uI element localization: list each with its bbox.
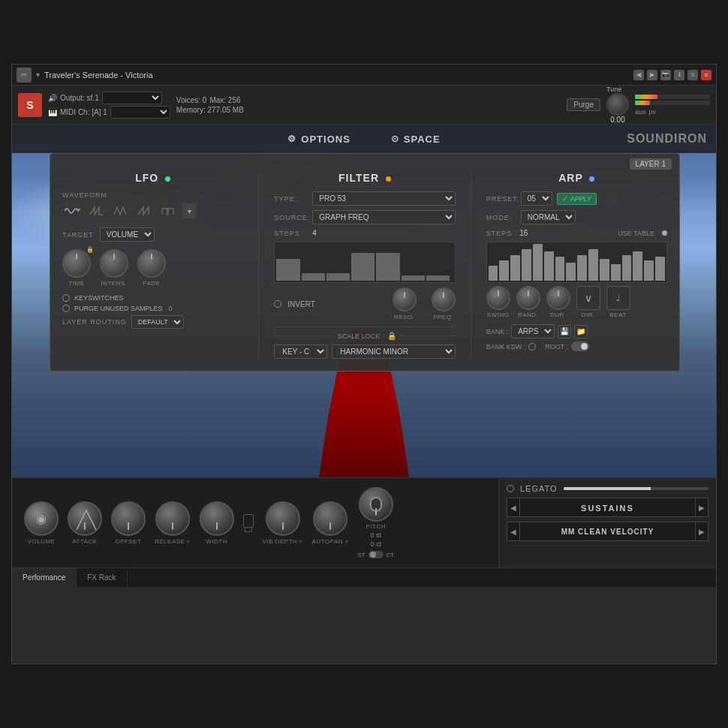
arp-steps-row: STEPS 16 USE TABLE	[486, 229, 667, 237]
invert-label: INVERT	[287, 300, 315, 308]
st-toggle[interactable]	[369, 551, 384, 558]
lfo-column: LFO WAVEFORM	[62, 172, 243, 359]
midi-dropdown[interactable]	[110, 106, 170, 119]
bank-ksw-radio[interactable]	[528, 343, 536, 350]
invert-radio[interactable]	[274, 300, 281, 308]
layer-routing-dropdown[interactable]: DEFAULT	[131, 315, 184, 329]
fade-knob[interactable]	[137, 249, 166, 278]
attack-knob[interactable]	[68, 501, 102, 536]
bottom-left: VOLUME ATTACK OFFSET RELEASE ▾	[12, 478, 498, 567]
filter-steps-row: STEPS 4	[274, 229, 455, 237]
wave-sine-btn[interactable]	[62, 203, 82, 218]
rand-knob-group: RAND.	[516, 286, 540, 318]
dur-label: DUR.	[550, 311, 567, 318]
performance-tab[interactable]: Performance	[12, 568, 77, 588]
mode-dropdown[interactable]: NORMAL	[521, 210, 576, 224]
bank-dropdown[interactable]: ARPS	[511, 324, 555, 338]
tune-section: Tune 0.00 aux pv	[606, 86, 710, 124]
title-icon: ✂	[17, 68, 32, 83]
options-nav-item[interactable]: ⚙ OPTIONS	[278, 129, 359, 149]
options-panel: LAYER 1 LFO WAVEFORM	[50, 153, 680, 372]
scale-dropdown[interactable]: HARMONIC MINOR	[332, 344, 455, 359]
bank-save-btn[interactable]: 💾	[558, 325, 571, 338]
source-dropdown[interactable]: GRAPH FREQ	[312, 210, 455, 224]
title-bar: ✂ ▾ Traveler's Serenade - Victoria ◀ ▶ 📷…	[12, 65, 716, 86]
pitch-group: PITCH 0 st 0 ct ST CT	[357, 487, 394, 558]
bottom-tabs: Performance FX Rack	[12, 567, 716, 587]
sustains-prev-btn[interactable]: ◀	[507, 498, 520, 517]
dur-knob[interactable]	[546, 286, 570, 310]
root-label: ROOT :	[545, 343, 568, 350]
use-table-toggle[interactable]	[662, 230, 667, 236]
instrument-title: Traveler's Serenade - Victoria	[44, 71, 629, 80]
velocity-prev-btn[interactable]: ◀	[507, 522, 520, 541]
wave-tri-btn[interactable]	[110, 203, 130, 218]
beat-btn[interactable]: ♩	[606, 286, 630, 310]
reso-knob[interactable]	[393, 287, 417, 311]
rand-knob[interactable]	[516, 286, 540, 310]
pitch-label: PITCH	[366, 523, 386, 530]
apply-btn[interactable]: ✓ APPLY	[557, 193, 597, 205]
release-knob[interactable]	[155, 501, 190, 536]
bank-folder-btn[interactable]: 📁	[574, 325, 588, 338]
preset-dropdown[interactable]: 05	[521, 191, 552, 206]
intens-knob-group: INTENS.	[100, 249, 128, 287]
volume-knob[interactable]	[24, 501, 59, 536]
keyswitches-radio[interactable]	[62, 294, 70, 302]
nav-next-btn[interactable]: ▶	[647, 70, 657, 80]
s-btn[interactable]: S	[687, 70, 698, 80]
legato-radio[interactable]	[507, 485, 514, 492]
wave-more-btn[interactable]: ▾	[182, 203, 196, 218]
purge-row: PURGE UNUSED SAMPLES 0	[62, 305, 243, 312]
vib-depth-knob[interactable]	[266, 501, 300, 536]
purge-btn[interactable]: Purge	[567, 98, 600, 111]
autopan-knob[interactable]	[313, 501, 347, 536]
filter-bar	[376, 253, 399, 281]
keyswitches-label: KEYSWITCHES	[74, 294, 124, 302]
arp-bar	[622, 255, 632, 281]
root-toggle[interactable]	[571, 341, 589, 351]
tune-knob[interactable]	[606, 93, 629, 116]
lfo-knobs-row: 🔒 TIME INTENS. FADE	[62, 249, 243, 287]
type-dropdown[interactable]: PRO 53	[312, 191, 455, 206]
brand-name: SOUND	[627, 132, 674, 145]
mode-label: MODE:	[486, 214, 516, 221]
time-label: TIME	[68, 280, 84, 287]
legato-slider[interactable]	[564, 487, 708, 490]
freq-knob[interactable]	[432, 287, 456, 311]
pitch-knob[interactable]	[359, 487, 393, 522]
wave-square-btn[interactable]	[158, 203, 178, 218]
lock-icon: 🔒	[387, 332, 396, 340]
output-dropdown[interactable]	[102, 92, 162, 104]
wave-ramp-btn[interactable]	[134, 203, 154, 218]
arp-mode-row: MODE: NORMAL	[486, 210, 667, 224]
st-label: ST	[357, 552, 365, 558]
dir-btn[interactable]: ∨	[576, 286, 600, 310]
arp-bar	[522, 249, 531, 281]
target-dropdown[interactable]: VOLUME	[100, 227, 155, 242]
close-btn[interactable]: ×	[701, 70, 711, 80]
pv-label: pv	[649, 108, 657, 116]
use-table-label: USE TABLE	[618, 230, 654, 237]
swing-knob[interactable]	[486, 286, 510, 310]
width-knob[interactable]	[200, 501, 234, 536]
root-row: BANK KSW : ROOT :	[486, 341, 667, 351]
velocity-next-btn[interactable]: ▶	[695, 522, 708, 541]
nav-prev-btn[interactable]: ◀	[633, 70, 644, 80]
camera-btn[interactable]: 📷	[660, 70, 671, 80]
offset-knob[interactable]	[111, 501, 146, 536]
space-nav-item[interactable]: ⊙ SPACE	[382, 129, 450, 149]
key-dropdown[interactable]: KEY - C	[274, 344, 327, 359]
intens-knob[interactable]	[100, 249, 128, 278]
filter-bar	[402, 275, 425, 281]
divider-left	[274, 335, 329, 336]
fx-rack-tab[interactable]: FX Rack	[77, 568, 127, 588]
purge-radio[interactable]	[62, 305, 70, 312]
bank-ksw-label: BANK KSW :	[486, 343, 526, 350]
purge-value: 0	[169, 305, 173, 312]
voices-section: Voices: 0 Max: 256 Memory: 277.05 MB	[176, 96, 244, 114]
info-btn[interactable]: ℹ	[674, 70, 684, 80]
time-knob[interactable]	[62, 249, 91, 278]
wave-saw-btn[interactable]	[86, 203, 106, 218]
sustains-next-btn[interactable]: ▶	[695, 498, 708, 517]
